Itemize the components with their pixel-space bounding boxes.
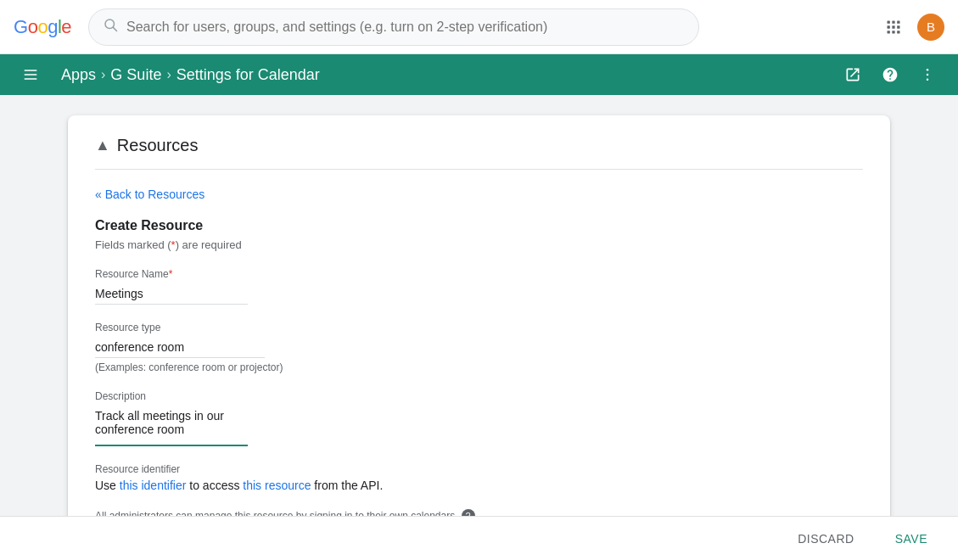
svg-line-1 [113, 27, 116, 31]
header-right: B [877, 10, 944, 44]
search-bar[interactable] [88, 8, 699, 46]
save-button[interactable]: SAVE [885, 525, 938, 552]
resource-type-input[interactable] [95, 337, 265, 358]
resource-name-label: Resource Name* [95, 268, 863, 280]
nav-bar: Apps › G Suite › Settings for Calendar [0, 54, 958, 95]
this-identifier-link[interactable]: this identifier [120, 479, 187, 492]
svg-rect-6 [892, 25, 894, 28]
section-header: ▲ Resources [95, 136, 863, 155]
svg-point-15 [927, 74, 929, 76]
svg-rect-3 [892, 20, 894, 23]
external-link-button[interactable] [836, 58, 870, 92]
breadcrumb-gsuite[interactable]: G Suite [110, 66, 161, 84]
more-options-button[interactable] [910, 58, 944, 92]
resources-card: ▲ Resources « Back to Resources Create R… [68, 115, 890, 516]
breadcrumb-chevron-1: › [101, 67, 105, 82]
resource-name-field: Resource Name* [95, 268, 863, 305]
breadcrumb: Apps › G Suite › Settings for Calendar [61, 66, 836, 84]
svg-rect-2 [888, 20, 890, 23]
svg-rect-8 [888, 31, 890, 33]
admin-note-help-icon[interactable]: ? [462, 509, 475, 516]
description-input[interactable]: Track all meetings in our conference roo… [95, 406, 248, 446]
svg-point-16 [927, 79, 929, 81]
svg-rect-11 [25, 70, 37, 71]
admin-note-text: All administrators can manage this resou… [95, 510, 458, 516]
collapse-icon[interactable]: ▲ [95, 137, 110, 154]
section-title: Resources [117, 136, 199, 155]
description-field: Description Track all meetings in our co… [95, 390, 863, 446]
top-header: Google B [0, 0, 958, 54]
resource-name-required: * [169, 268, 173, 280]
resource-identifier-field: Resource identifier Use this identifier … [95, 463, 863, 492]
resource-type-label: Resource type [95, 322, 863, 333]
avatar[interactable]: B [917, 14, 944, 41]
breadcrumb-chevron-2: › [166, 67, 171, 82]
main-content: ▲ Resources « Back to Resources Create R… [0, 95, 958, 516]
apps-grid-button[interactable] [877, 10, 910, 44]
resource-name-input[interactable] [95, 283, 248, 305]
resource-identifier-text: Use this identifier to access this resou… [95, 479, 863, 492]
subtitle-prefix: Fields marked ( [95, 238, 171, 251]
back-to-resources-link[interactable]: « Back to Resources [95, 188, 204, 201]
resource-identifier-label: Resource identifier [95, 463, 863, 475]
subtitle-suffix: ) are required [176, 238, 242, 251]
description-label: Description [95, 390, 863, 402]
google-logo: Google [14, 16, 71, 38]
search-icon [103, 17, 118, 36]
svg-rect-5 [888, 25, 890, 28]
svg-rect-9 [892, 31, 894, 33]
menu-button[interactable] [14, 58, 48, 92]
search-input[interactable] [126, 20, 685, 35]
resource-type-hint: (Examples: conference room or projector) [95, 361, 863, 373]
bottom-bar: DISCARD SAVE [0, 516, 958, 560]
this-resource-link[interactable]: this resource [243, 479, 311, 492]
svg-rect-13 [25, 78, 37, 80]
page-title: Settings for Calendar [176, 66, 320, 84]
admin-note: All administrators can manage this resou… [95, 509, 863, 516]
svg-rect-4 [897, 20, 899, 23]
svg-rect-10 [897, 31, 899, 33]
form-title: Create Resource [95, 218, 863, 233]
form-subtitle: Fields marked (*) are required [95, 238, 863, 251]
resource-type-field: Resource type (Examples: conference room… [95, 322, 863, 373]
svg-rect-7 [897, 25, 899, 28]
svg-rect-12 [25, 74, 37, 76]
help-button[interactable] [873, 58, 907, 92]
nav-actions [836, 58, 944, 92]
svg-point-14 [927, 69, 929, 71]
breadcrumb-apps[interactable]: Apps [61, 66, 96, 84]
discard-button[interactable]: DISCARD [787, 525, 865, 552]
